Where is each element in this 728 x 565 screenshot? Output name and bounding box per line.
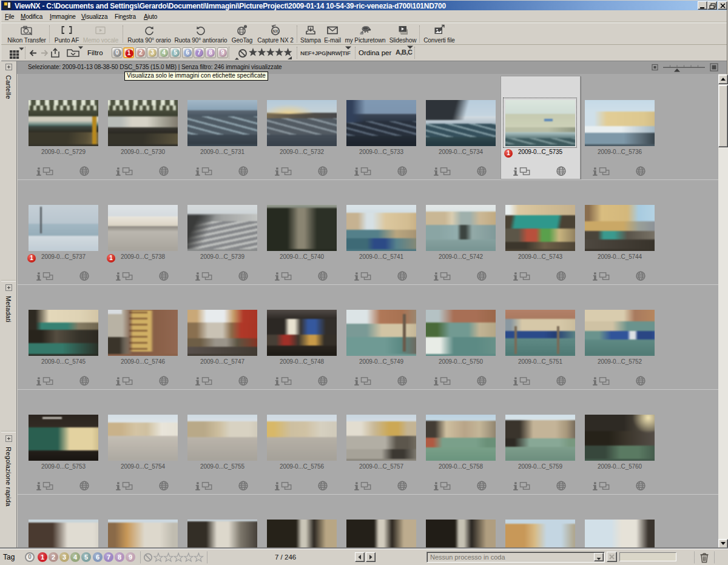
svg-text:NX: NX bbox=[272, 29, 278, 33]
